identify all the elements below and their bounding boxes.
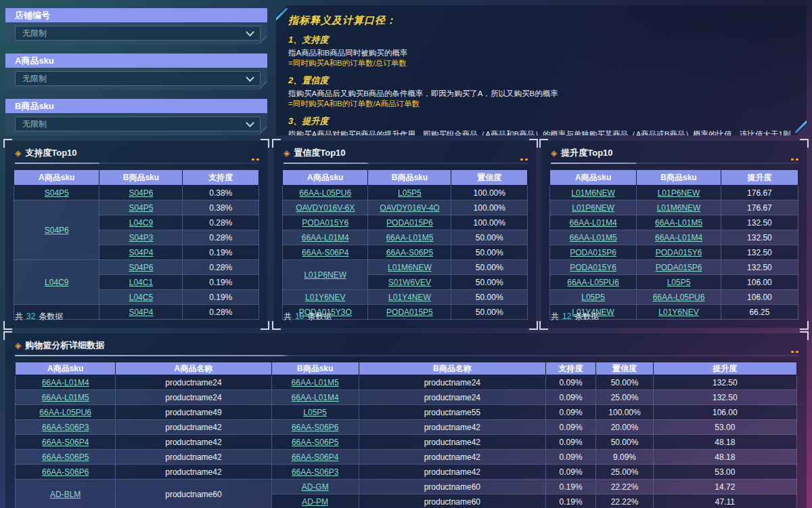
sku-link[interactable]: 66AA-S06P4 xyxy=(292,452,338,462)
sku-link[interactable]: S04P6 xyxy=(129,263,153,272)
a-sku-cell: 66AA-L01M4 xyxy=(16,375,116,390)
sku-link[interactable]: L01Y4NEW xyxy=(388,293,431,302)
sku-link[interactable]: 66AA-S06P5 xyxy=(292,438,338,447)
support-top10-panel: ◈ 支持度Top10 A商品sku B商品sku 支持度 S04P5S04P60… xyxy=(5,141,267,328)
sku-link[interactable]: S04P5 xyxy=(129,203,153,213)
sku-link[interactable]: S04P3 xyxy=(129,233,153,242)
sku-link[interactable]: L04C1 xyxy=(129,278,153,287)
sku-link[interactable]: S04P6 xyxy=(45,226,69,235)
value-cell: 0.28% xyxy=(183,215,259,230)
sku-link[interactable]: PODA015Y6 xyxy=(656,248,702,257)
sku-link[interactable]: 66AA-L01M4 xyxy=(570,218,617,228)
sku-link[interactable]: L04C5 xyxy=(129,293,153,302)
sku-link[interactable]: 66AA-L01M5 xyxy=(386,233,433,242)
sku-link[interactable]: L01Y6NEV xyxy=(658,308,698,317)
panel-title: ◈ 购物篮分析详细数据 xyxy=(5,333,807,355)
value-cell: 132.50 xyxy=(721,260,798,275)
table-body: 66AA-L01M4productname2466AA-L01M5product… xyxy=(16,375,797,508)
a-sku-cell: S04P5 xyxy=(14,186,99,200)
sku-link[interactable]: S01W6VEV xyxy=(388,278,431,287)
sku-link[interactable]: L01P6NEW xyxy=(572,203,614,213)
title-underline xyxy=(284,163,528,164)
sku-link[interactable]: PODA015P5 xyxy=(386,308,433,317)
sku-link[interactable]: PODA015Y6 xyxy=(570,263,616,272)
b-sku-cell: L04C1 xyxy=(99,275,183,290)
sku-link[interactable]: 66AA-L01M5 xyxy=(655,218,702,228)
sku-link[interactable]: 66AA-L01M4 xyxy=(302,233,349,242)
sku-link[interactable]: 66AA-L05PU6 xyxy=(299,188,351,198)
column-header: A商品sku xyxy=(14,170,99,186)
sku-link[interactable]: AD-GM xyxy=(302,482,329,492)
sku-link[interactable]: 66AA-L01M4 xyxy=(42,378,89,387)
sku-link[interactable]: 66AA-L01M5 xyxy=(42,393,89,402)
sku-link[interactable]: 66AA-L01M4 xyxy=(292,393,339,402)
sku-link[interactable]: L01P6NEW xyxy=(658,188,700,198)
sku-link[interactable]: PODA015P6 xyxy=(656,263,702,272)
filter-label: 店铺编号 xyxy=(5,8,267,22)
sku-link[interactable]: S04P4 xyxy=(129,248,153,257)
b-name-cell: productname24 xyxy=(359,390,545,405)
sku-link[interactable]: 66AA-S06P5 xyxy=(42,452,89,462)
b-sku-cell: L01M6NEW xyxy=(637,200,721,215)
table-row: 66AA-L05PU6productname49L05P5productname… xyxy=(16,405,797,420)
sku-link[interactable]: PODA015P6 xyxy=(570,248,616,257)
sku-link[interactable]: L05P5 xyxy=(303,408,327,417)
sku-link[interactable]: PODA015Y6 xyxy=(302,218,348,228)
a-sku-cell: 66AA-S06P5 xyxy=(16,450,116,465)
sku-link[interactable]: 66AA-L01M4 xyxy=(655,233,702,242)
sku-link[interactable]: L05P5 xyxy=(398,188,422,198)
select-value: 无限制 xyxy=(22,119,47,130)
sku-link[interactable]: OAVDY016V-6X xyxy=(296,203,355,213)
sku-link[interactable]: 66AA-S06P3 xyxy=(42,423,89,432)
sku-link[interactable]: PODA015P6 xyxy=(386,218,433,228)
sku-link[interactable]: AD-PM xyxy=(302,497,328,507)
support-cell: 0.09% xyxy=(545,375,595,390)
sku-link[interactable]: S04P4 xyxy=(129,308,153,317)
sku-link[interactable]: 66AA-L05PU6 xyxy=(567,278,619,287)
column-header: B商品sku xyxy=(271,362,359,375)
sku-link[interactable]: L05P5 xyxy=(581,293,605,302)
b-sku-cell: OAVDY016V-4O xyxy=(368,200,451,215)
sku-link[interactable]: L01M6NEW xyxy=(388,263,432,272)
sku-link[interactable]: 66AA-S06P4 xyxy=(302,248,348,257)
sku-link[interactable]: L01P6NEW xyxy=(304,270,346,280)
a-name-cell: productname42 xyxy=(116,450,271,465)
a-sku-select[interactable]: 无限制 xyxy=(15,71,261,86)
a-sku-cell: 66AA-L01M4 xyxy=(550,215,637,230)
sku-link[interactable]: L04C9 xyxy=(45,278,68,287)
sku-link[interactable]: L04C9 xyxy=(129,218,153,228)
b-sku-cell: PODA015P6 xyxy=(368,215,451,230)
sku-link[interactable]: 66AA-S06P3 xyxy=(292,467,338,477)
value-cell: 132.50 xyxy=(721,245,798,260)
b-sku-cell: S01W6VEV xyxy=(368,275,451,290)
value-cell: 176.67 xyxy=(721,186,798,200)
lift-cell: 132.50 xyxy=(653,390,796,405)
sku-link[interactable]: 66AA-L05PU6 xyxy=(39,408,91,417)
sku-link[interactable]: AD-BLM xyxy=(50,490,81,499)
value-cell: 50.00% xyxy=(451,275,528,290)
b-sku-cell: L05P5 xyxy=(368,186,451,200)
table-body: 66AA-L05PU6L05P5100.00%OAVDY016V-6XOAVDY… xyxy=(283,186,528,320)
sku-link[interactable]: 66AA-S06P6 xyxy=(42,467,89,477)
sku-link[interactable]: 66AA-S06P5 xyxy=(386,248,433,257)
sku-link[interactable]: L01M6NEW xyxy=(657,203,701,213)
diamond-icon: ◈ xyxy=(551,149,557,157)
sku-link[interactable]: 66AA-L05PU6 xyxy=(653,293,705,302)
support-cell: 0.09% xyxy=(545,435,595,450)
column-header: 支持度 xyxy=(183,170,259,186)
sku-link[interactable]: 66AA-L01M5 xyxy=(292,378,339,387)
store-id-select[interactable]: 无限制 xyxy=(15,26,261,41)
sku-link[interactable]: 66AA-L01M5 xyxy=(570,233,617,242)
sku-link[interactable]: L05P5 xyxy=(667,278,691,287)
a-sku-cell: PODA015Y6 xyxy=(550,260,637,275)
sku-link[interactable]: S04P5 xyxy=(45,188,69,198)
b-sku-select[interactable]: 无限制 xyxy=(15,117,261,131)
sku-link[interactable]: S04P6 xyxy=(129,188,153,198)
sku-link[interactable]: L01Y6NEV xyxy=(305,293,345,302)
corner-bracket-icon xyxy=(3,331,12,340)
sku-link[interactable]: 66AA-S06P4 xyxy=(42,438,89,447)
a-sku-cell: 66AA-S06P4 xyxy=(16,435,116,450)
sku-link[interactable]: OAVDY016V-4O xyxy=(380,203,440,213)
sku-link[interactable]: L01M6NEW xyxy=(571,188,615,198)
sku-link[interactable]: 66AA-S06P6 xyxy=(292,423,338,432)
